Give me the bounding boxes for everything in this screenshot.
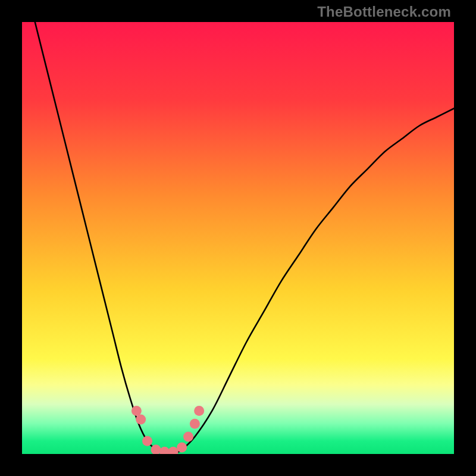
marker-dot — [168, 447, 178, 454]
bottleneck-curve — [35, 22, 454, 454]
chart-curve-layer — [22, 22, 454, 454]
marker-dot — [159, 447, 170, 454]
marker-dot — [194, 406, 204, 416]
marker-dot — [131, 406, 142, 416]
plot-area — [22, 22, 454, 454]
marker-dot — [190, 419, 200, 429]
watermark-text: TheBottleneck.com — [317, 4, 451, 20]
marker-dot — [177, 443, 187, 453]
chart-frame: TheBottleneck.com — [0, 0, 476, 476]
marker-dot — [183, 431, 193, 441]
marker-dot — [142, 436, 152, 446]
marker-dot — [136, 414, 146, 424]
bottleneck-markers — [131, 406, 204, 454]
